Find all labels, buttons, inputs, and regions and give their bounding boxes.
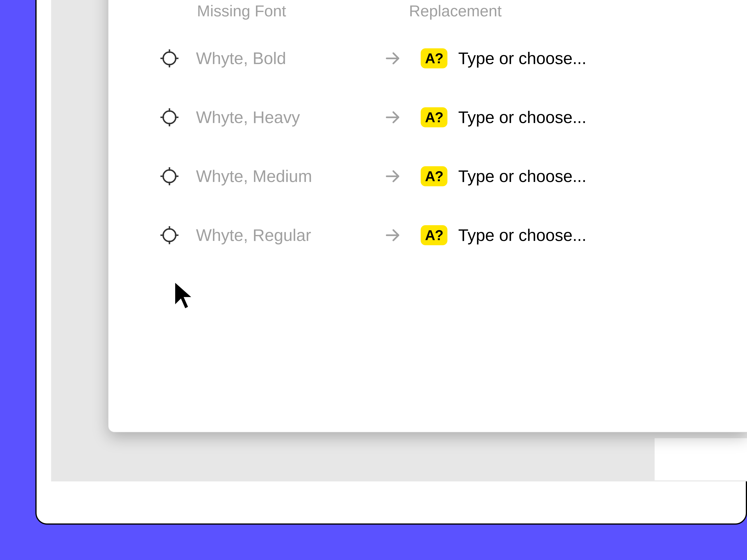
arrow-right-icon	[382, 165, 403, 187]
missing-fonts-modal: Missing Font Replacement Whyte, Bold	[108, 0, 747, 432]
font-row: Whyte, Regular A? Type or choose...	[108, 222, 747, 248]
arrow-right-icon	[382, 224, 403, 246]
font-row: Whyte, Medium A? Type or choose...	[108, 163, 747, 189]
missing-font-name: Whyte, Bold	[196, 49, 382, 68]
missing-font-header: Missing Font	[197, 2, 286, 20]
column-headers: Missing Font Replacement	[108, 2, 747, 20]
missing-font-badge: A?	[421, 107, 447, 127]
svg-point-6	[163, 111, 176, 124]
missing-font-name: Whyte, Heavy	[196, 108, 382, 127]
font-row: Whyte, Heavy A? Type or choose...	[108, 105, 747, 130]
arrow-right-icon	[382, 107, 403, 128]
target-icon[interactable]	[158, 106, 181, 129]
missing-font-badge: A?	[421, 48, 447, 69]
replacement-input[interactable]: Type or choose...	[458, 108, 586, 127]
missing-font-badge: A?	[421, 166, 447, 186]
replacement-input[interactable]: Type or choose...	[458, 49, 586, 68]
svg-point-18	[163, 229, 176, 241]
missing-font-name: Whyte, Medium	[196, 167, 382, 186]
replacement-header: Replacement	[409, 2, 501, 20]
white-strip	[654, 438, 747, 480]
font-row: Whyte, Bold A? Type or choose...	[108, 46, 747, 71]
target-icon[interactable]	[158, 164, 181, 188]
missing-font-name: Whyte, Regular	[196, 225, 382, 245]
arrow-right-icon	[382, 48, 403, 69]
target-icon[interactable]	[158, 223, 181, 247]
missing-font-badge: A?	[421, 225, 447, 245]
replacement-input[interactable]: Type or choose...	[458, 225, 586, 245]
replacement-input[interactable]: Type or choose...	[458, 167, 586, 186]
svg-point-0	[163, 52, 176, 65]
svg-point-12	[163, 170, 176, 183]
target-icon[interactable]	[158, 47, 181, 70]
